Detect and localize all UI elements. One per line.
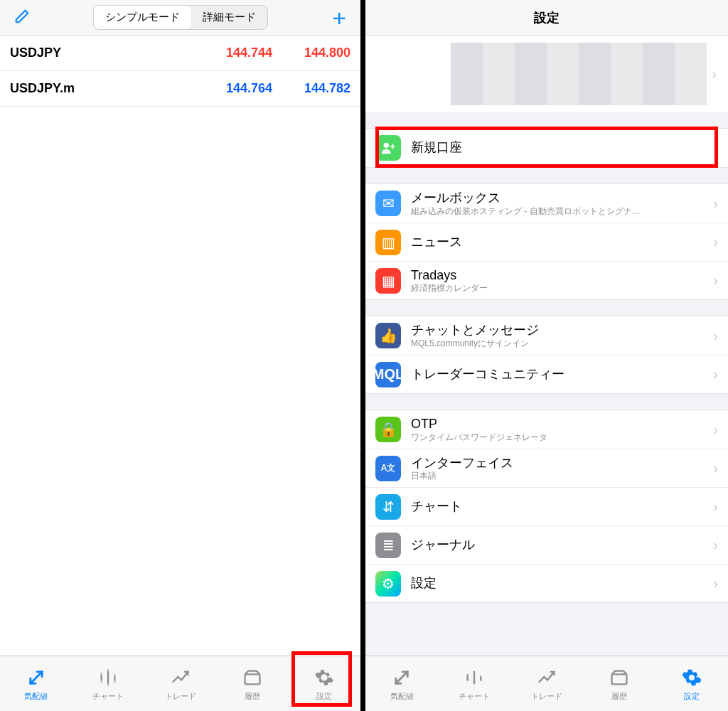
chevron-right-icon: › [709, 140, 718, 156]
tab-history[interactable]: 履歴 [583, 656, 655, 711]
settings-list[interactable]: › 新規口座 › ✉ メールボックス 組み込みの仮装ホスティング - 自動売買ロ… [365, 36, 728, 656]
chart-icon [97, 666, 119, 689]
row-subtitle: 日本語 [411, 471, 709, 481]
settings-group-3: 👍 チャットとメッセージ MQL5.communityにサインイン › MQL … [365, 316, 728, 394]
trade-icon [535, 666, 558, 689]
history-icon [608, 666, 631, 689]
person-plus-icon [375, 135, 401, 161]
row-subtitle: 経済指標カレンダー [411, 283, 709, 293]
tab-label: 履歴 [611, 691, 627, 702]
row-title: Tradays [411, 268, 709, 284]
chevron-right-icon: › [709, 328, 718, 344]
quote-row[interactable]: USDJPY 144.744 144.800 [0, 36, 360, 71]
account-summary[interactable]: › [365, 36, 728, 112]
chevron-right-icon: › [709, 234, 718, 250]
row-title: ジャーナル [411, 538, 709, 553]
quotes-icon [25, 666, 48, 689]
segment-detail[interactable]: 詳細モード [191, 6, 267, 29]
row-chat[interactable]: 👍 チャットとメッセージ MQL5.communityにサインイン › [365, 316, 728, 355]
row-title: 新規口座 [411, 140, 709, 156]
trade-icon [169, 666, 192, 689]
row-news[interactable]: ▥ ニュース › [365, 223, 728, 261]
settings-group-1: 新規口座 › [365, 128, 728, 168]
row-title: ニュース [411, 235, 709, 250]
censored-account-info [451, 43, 707, 105]
symbol-label: USDJPY.m [10, 81, 194, 96]
tab-settings[interactable]: 設定 [289, 656, 360, 711]
row-subtitle: 組み込みの仮装ホスティング - 自動売買ロボットとシグナ… [411, 206, 709, 216]
segment-simple[interactable]: シンプルモード [94, 6, 191, 29]
tab-chart[interactable]: チャート [72, 656, 144, 711]
tab-label: トレード [531, 691, 562, 702]
bid-value: 144.764 [194, 81, 272, 96]
row-title: 設定 [411, 576, 709, 592]
mql5-icon: MQL [375, 362, 401, 387]
thumbs-up-icon: 👍 [375, 323, 401, 348]
chevron-right-icon: › [709, 366, 718, 383]
bid-value: 144.744 [194, 46, 272, 60]
gear-icon: ⚙ [375, 571, 401, 597]
chevron-right-icon: › [709, 460, 718, 476]
tab-label: 気配値 [24, 691, 48, 702]
add-symbol-icon[interactable]: + [332, 4, 346, 31]
settings-screen: 設定 › 新規口座 › ✉ メールボックス 組み込みの [365, 0, 728, 711]
row-community[interactable]: MQL トレーダーコミュニティー › [365, 355, 728, 393]
translate-icon: A文 [375, 456, 401, 481]
quote-row[interactable]: USDJPY.m 144.764 144.782 [0, 71, 360, 107]
tab-trade[interactable]: トレード [510, 656, 583, 711]
row-title: メールボックス [411, 191, 709, 206]
chevron-right-icon: › [709, 498, 718, 515]
tab-quotes[interactable]: 気配値 [0, 656, 72, 711]
mode-segment[interactable]: シンプルモード 詳細モード [93, 5, 268, 30]
page-title: 設定 [365, 9, 728, 26]
edit-icon[interactable] [14, 9, 30, 27]
tab-bar-right: 気配値 チャート トレード 履歴 設定 [365, 656, 728, 711]
row-subtitle: MQL5.communityにサインイン [411, 338, 709, 348]
svg-rect-2 [612, 674, 627, 684]
chevron-right-icon: › [709, 575, 718, 592]
row-charts[interactable]: ⇵ チャート › [365, 487, 728, 525]
lock-icon: 🔒 [375, 417, 401, 442]
row-title: チャットとメッセージ [411, 323, 709, 338]
row-title: インターフェイス [411, 456, 709, 471]
settings-group-2: ✉ メールボックス 組み込みの仮装ホスティング - 自動売買ロボットとシグナ… … [365, 183, 728, 300]
tab-chart[interactable]: チャート [438, 656, 510, 711]
gear-icon [680, 666, 703, 689]
quotes-header: シンプルモード 詳細モード + [0, 0, 360, 36]
row-new-account[interactable]: 新規口座 › [365, 129, 728, 167]
row-title: OTP [411, 417, 709, 432]
ask-value: 144.782 [272, 81, 350, 96]
chevron-right-icon: › [709, 537, 718, 553]
row-journal[interactable]: ≣ ジャーナル › [365, 525, 728, 564]
gear-icon [313, 666, 336, 689]
tab-label: 気配値 [390, 691, 414, 702]
row-mailbox[interactable]: ✉ メールボックス 組み込みの仮装ホスティング - 自動売買ロボットとシグナ… … [365, 184, 728, 223]
row-title: チャート [411, 499, 709, 515]
row-tradays[interactable]: ▦ Tradays 経済指標カレンダー › [365, 261, 728, 299]
settings-group-4: 🔒 OTP ワンタイムパスワードジェネレータ › A文 インターフェイス 日本語… [365, 410, 728, 603]
tab-label: トレード [165, 691, 196, 702]
tab-label: 履歴 [245, 691, 260, 702]
chart-icon [463, 666, 486, 689]
tab-settings[interactable]: 設定 [655, 656, 728, 711]
tab-trade[interactable]: トレード [144, 656, 216, 711]
row-otp[interactable]: 🔒 OTP ワンタイムパスワードジェネレータ › [365, 410, 728, 449]
row-app-settings[interactable]: ⚙ 設定 › [365, 564, 728, 602]
tab-bar-left: 気配値 チャート トレード 履歴 設定 [0, 656, 360, 711]
svg-rect-0 [245, 674, 259, 684]
chevron-right-icon: › [709, 272, 718, 289]
book-icon: ▥ [375, 230, 401, 255]
svg-point-1 [384, 143, 389, 148]
row-subtitle: ワンタイムパスワードジェネレータ [411, 432, 709, 442]
tab-label: チャート [459, 691, 490, 702]
tab-label: 設定 [684, 691, 700, 702]
symbol-label: USDJPY [10, 46, 194, 60]
chevron-right-icon: › [709, 422, 718, 438]
tab-quotes[interactable]: 気配値 [365, 656, 438, 711]
quotes-list: USDJPY 144.744 144.800 USDJPY.m 144.764 … [0, 36, 360, 656]
candlestick-icon: ⇵ [375, 494, 401, 520]
row-title: トレーダーコミュニティー [411, 367, 709, 383]
quotes-icon [390, 666, 413, 689]
row-interface[interactable]: A文 インターフェイス 日本語 › [365, 449, 728, 487]
tab-history[interactable]: 履歴 [216, 656, 288, 711]
